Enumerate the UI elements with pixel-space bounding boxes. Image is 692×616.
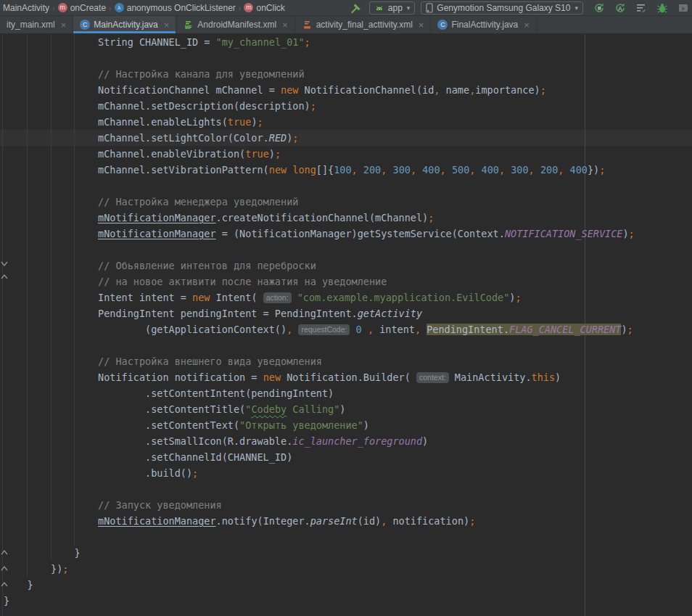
- code-token: ;: [275, 148, 281, 160]
- code-line[interactable]: [4, 242, 635, 258]
- code-token: ,: [368, 324, 374, 335]
- code-token: mNotificationManager: [98, 212, 216, 223]
- code-line[interactable]: mNotificationManager = (NotificationMana…: [4, 226, 635, 242]
- code-line[interactable]: // Запуск уведомления: [4, 497, 635, 513]
- rerun-activity-button[interactable]: [592, 1, 606, 15]
- code-token: 400: [570, 164, 588, 176]
- code-line[interactable]: mNotificationManager.notify(Integer.pars…: [4, 513, 635, 529]
- code-line[interactable]: }: [4, 577, 635, 593]
- close-icon[interactable]: [61, 20, 67, 30]
- code-line[interactable]: [4, 178, 635, 194]
- breadcrumb-separator-icon: [52, 4, 55, 12]
- code-line[interactable]: // Настройка внешнего вида уведомления: [4, 353, 635, 369]
- close-icon[interactable]: [282, 20, 288, 30]
- code-token: 500: [452, 164, 469, 176]
- code-line[interactable]: }: [4, 545, 635, 561]
- breadcrumb-label: onClick: [256, 3, 284, 13]
- code-token: mChannel.setDescription(description): [4, 100, 310, 112]
- code-line[interactable]: mChannel.setVibrationPattern(new long[]{…: [4, 162, 635, 178]
- code-area[interactable]: String CHANNEL_ID = "my_channel_01"; // …: [4, 34, 635, 609]
- code-line[interactable]: mChannel.setDescription(description);: [4, 98, 635, 114]
- tab-label: FinalActtivity.java: [451, 20, 518, 30]
- code-line[interactable]: .setContentText("Открыть уведомление"): [4, 417, 635, 433]
- code-token: PendingIntent pendingIntent = PendingInt…: [4, 308, 358, 319]
- code-line[interactable]: // на новое активити после нажатия на ув…: [4, 274, 635, 289]
- code-line[interactable]: mChannel.enableLights(true);: [4, 114, 635, 130]
- code-token: NOTIFICATION_SERVICE: [505, 228, 623, 239]
- code-line[interactable]: // Настройка канала для уведомлений: [4, 66, 635, 82]
- tab-activity-final-acttivity-xml[interactable]: activity_final_acttivity.xml: [295, 16, 432, 33]
- code-token: 200: [540, 164, 558, 176]
- code-token: [505, 164, 511, 176]
- code-token: [446, 164, 452, 176]
- code-token: ;: [515, 292, 521, 303]
- build-project-button[interactable]: [349, 1, 363, 15]
- code-line[interactable]: .build();: [4, 465, 635, 481]
- code-token: 100: [334, 164, 351, 176]
- apply-code-changes-button[interactable]: A: [613, 1, 627, 15]
- code-token: Notification notification =: [4, 371, 263, 383]
- code-token: // Настройка канала для уведомлений: [4, 68, 305, 80]
- code-token: }: [4, 579, 33, 591]
- code-token: ;: [599, 164, 605, 176]
- code-line[interactable]: mChannel.setLightColor(Color.RED);: [4, 130, 635, 146]
- code-line[interactable]: .setChannelId(CHANNEL_ID): [4, 449, 635, 465]
- tab-mainactivity-java[interactable]: MainActivity.java: [73, 16, 176, 33]
- code-token: }): [4, 563, 62, 575]
- breadcrumb-main-activity[interactable]: MainActivity: [3, 3, 49, 13]
- code-line[interactable]: [4, 529, 635, 545]
- debug-button[interactable]: [655, 1, 670, 15]
- code-line[interactable]: mNotificationManager.createNotificationC…: [4, 210, 635, 226]
- android-robot-icon: [374, 4, 384, 12]
- code-line[interactable]: NotificationChannel mChannel = new Notif…: [4, 82, 635, 98]
- breadcrumb-label: MainActivity: [3, 3, 49, 13]
- code-line[interactable]: });: [4, 561, 635, 577]
- code-line[interactable]: // Настройка менеджера уведомлений: [4, 194, 635, 210]
- code-line[interactable]: PendingIntent pendingIntent = PendingInt…: [4, 305, 635, 321]
- method-icon: [58, 3, 67, 12]
- profiler-button[interactable]: [676, 1, 691, 15]
- code-line[interactable]: }: [4, 593, 635, 609]
- layout-xml-file-icon: [302, 20, 313, 30]
- code-line[interactable]: [4, 337, 635, 353]
- code-token: Codeby: [251, 403, 287, 415]
- code-editor[interactable]: String CHANNEL_ID = "my_channel_01"; // …: [0, 34, 692, 616]
- code-line[interactable]: .setSmallIcon(R.drawable.ic_launcher_for…: [4, 433, 635, 449]
- code-line[interactable]: [4, 50, 635, 66]
- code-token: .setContentText(: [4, 419, 239, 431]
- code-line[interactable]: [4, 481, 635, 497]
- code-token: Intent intent =: [4, 292, 192, 303]
- code-token: [350, 324, 355, 335]
- tab-androidmanifest-xml[interactable]: MF AndroidManifest.xml: [176, 16, 294, 33]
- code-line[interactable]: .setContentTitle("Codeby Calling"): [4, 401, 635, 417]
- code-line[interactable]: mChannel.enableVibration(true);: [4, 146, 635, 162]
- close-icon[interactable]: [164, 20, 170, 30]
- device-selector[interactable]: Genymotion Samsung Galaxy S10: [421, 1, 583, 15]
- code-token: ;: [627, 324, 633, 335]
- breadcrumb-anonymous-listener[interactable]: anonymous OnClickListener: [115, 3, 236, 13]
- hammer-icon: [350, 2, 362, 14]
- code-token: // Настройка внешнего вида уведомления: [4, 356, 322, 367]
- tab-activity-main-xml[interactable]: ity_main.xml: [0, 16, 73, 33]
- svg-text:MF: MF: [185, 25, 191, 30]
- code-line[interactable]: (getApplicationContext(), requestCode: 0…: [4, 321, 635, 337]
- run-configuration-label: app: [388, 3, 403, 13]
- tab-finalacttivity-java[interactable]: FinalActtivity.java: [431, 16, 536, 33]
- code-token: "com.example.myapplication.EvilCode": [297, 292, 510, 303]
- code-token: [535, 164, 540, 176]
- code-line[interactable]: // Обьявление интентов для переброски: [4, 258, 635, 274]
- run-toolbar: app Genymotion Samsung Galaxy S10: [349, 1, 691, 15]
- close-icon[interactable]: [524, 20, 530, 30]
- code-token: mChannel.setLightColor(Color.: [4, 132, 269, 144]
- code-line[interactable]: Notification notification = new Notifica…: [4, 369, 635, 385]
- breadcrumb-onclick[interactable]: onClick: [244, 3, 284, 13]
- code-token: [421, 324, 427, 335]
- code-line[interactable]: .setContentIntent(pendingIntent): [4, 385, 635, 401]
- code-token: ): [422, 435, 428, 447]
- run-configuration-selector[interactable]: app: [369, 1, 416, 15]
- code-line[interactable]: String CHANNEL_ID = "my_channel_01";: [4, 34, 635, 50]
- run-options-list-button[interactable]: [634, 1, 648, 15]
- close-icon[interactable]: [419, 20, 424, 30]
- breadcrumb-oncreate[interactable]: onCreate: [58, 3, 106, 13]
- code-line[interactable]: Intent intent = new Intent( action: "com…: [4, 289, 635, 305]
